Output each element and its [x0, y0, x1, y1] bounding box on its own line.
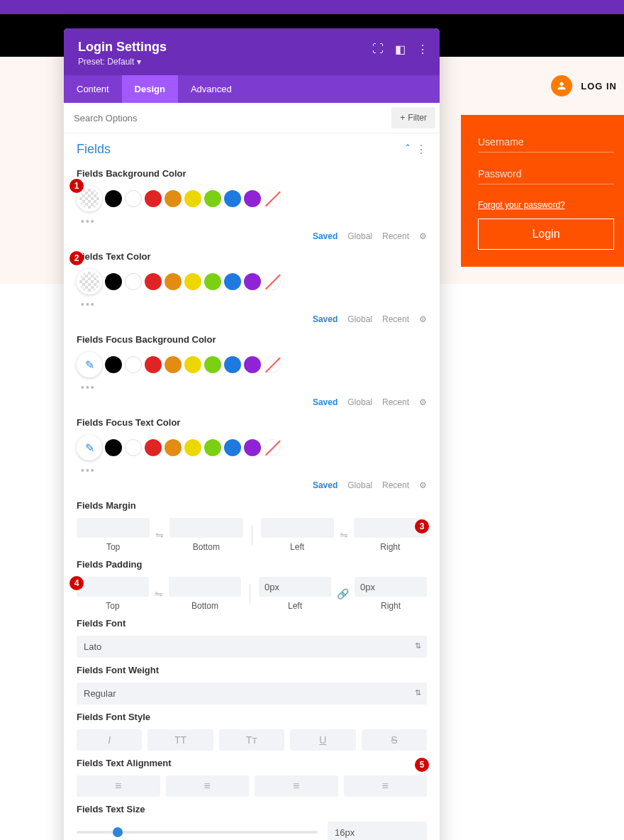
swatch-blue[interactable] — [224, 273, 241, 290]
swatch-transparent[interactable] — [77, 269, 102, 294]
swatch-red[interactable] — [145, 273, 162, 290]
swatch-yellow[interactable] — [184, 190, 201, 207]
link-icon[interactable]: ⇋ — [154, 529, 165, 541]
swatch-white[interactable] — [125, 190, 142, 207]
swatch-black[interactable] — [105, 356, 122, 373]
swatch-lime[interactable] — [204, 273, 221, 290]
tab-global[interactable]: Global — [347, 231, 372, 241]
expand-icon[interactable]: ⛶ — [372, 43, 384, 56]
swatch-red[interactable] — [145, 190, 162, 207]
password-field[interactable]: Password — [478, 168, 614, 184]
align-left-button[interactable]: ≡ — [77, 775, 160, 797]
tab-saved[interactable]: Saved — [313, 480, 338, 490]
swatch-none[interactable] — [264, 439, 281, 456]
font-weight-select[interactable]: Regular ⇅ — [77, 682, 427, 704]
gear-icon[interactable]: ⚙ — [419, 480, 427, 490]
align-justify-button[interactable]: ≡ — [344, 775, 428, 797]
tab-saved[interactable]: Saved — [313, 314, 338, 324]
swatch-yellow[interactable] — [184, 439, 201, 456]
swatch-yellow[interactable] — [184, 356, 201, 373]
margin-top-input[interactable] — [77, 518, 150, 538]
tab-content[interactable]: Content — [64, 75, 122, 103]
tab-saved[interactable]: Saved — [313, 397, 338, 407]
tab-global[interactable]: Global — [347, 397, 372, 407]
swatch-purple[interactable] — [244, 190, 261, 207]
swatch-lime[interactable] — [204, 190, 221, 207]
swatch-purple[interactable] — [244, 356, 261, 373]
swatch-lime[interactable] — [204, 439, 221, 456]
login-link[interactable]: LOG IN — [581, 81, 617, 92]
more-dots-icon[interactable]: ••• — [77, 377, 427, 393]
filter-button[interactable]: + Filter — [391, 107, 435, 128]
swatch-orange[interactable] — [165, 439, 182, 456]
swatch-black[interactable] — [105, 190, 122, 207]
tab-recent[interactable]: Recent — [382, 397, 409, 407]
padding-left-input[interactable] — [259, 577, 331, 597]
help-icon[interactable]: ◧ — [395, 43, 406, 56]
panel-preset[interactable]: Preset: Default ▾ — [78, 57, 425, 67]
text-size-slider[interactable] — [77, 831, 318, 834]
swatch-blue[interactable] — [224, 439, 241, 456]
swatch-orange[interactable] — [165, 273, 182, 290]
swatch-blue[interactable] — [224, 190, 241, 207]
tab-saved[interactable]: Saved — [313, 231, 338, 241]
gear-icon[interactable]: ⚙ — [419, 314, 427, 324]
collapse-icon[interactable]: ⌃ — [404, 143, 411, 156]
padding-bottom-input[interactable] — [169, 577, 241, 597]
align-right-button[interactable]: ≡ — [255, 775, 338, 797]
uppercase-button[interactable]: TT — [147, 729, 213, 751]
underline-button[interactable]: U — [290, 729, 355, 751]
swatch-lime[interactable] — [204, 356, 221, 373]
swatch-white[interactable] — [125, 439, 142, 456]
tab-recent[interactable]: Recent — [382, 231, 409, 241]
align-center-button[interactable]: ≡ — [166, 775, 250, 797]
link-icon[interactable]: ⇋ — [153, 588, 165, 599]
strikethrough-button[interactable]: S — [362, 729, 427, 751]
tab-design[interactable]: Design — [122, 75, 178, 103]
swatch-blue[interactable] — [224, 356, 241, 373]
tab-recent[interactable]: Recent — [382, 480, 409, 490]
swatch-white[interactable] — [125, 273, 142, 290]
swatch-red[interactable] — [145, 356, 162, 373]
capitalize-button[interactable]: Tᴛ — [219, 729, 284, 751]
tab-global[interactable]: Global — [347, 480, 372, 490]
swatch-purple[interactable] — [244, 439, 261, 456]
swatch-none[interactable] — [264, 190, 281, 207]
tab-advanced[interactable]: Advanced — [178, 75, 245, 103]
tab-global[interactable]: Global — [347, 314, 372, 324]
eyedropper-icon[interactable]: ✎ — [77, 435, 102, 460]
more-dots-icon[interactable]: ••• — [77, 460, 427, 476]
font-select[interactable]: Lato ⇅ — [77, 636, 427, 658]
swatch-black[interactable] — [105, 273, 122, 290]
text-size-value[interactable]: 16px — [328, 822, 427, 840]
search-input[interactable] — [64, 104, 387, 132]
link-icon-active[interactable]: 🔗 — [335, 588, 350, 599]
username-field[interactable]: Username — [478, 136, 614, 153]
swatch-white[interactable] — [125, 356, 142, 373]
swatch-black[interactable] — [105, 439, 122, 456]
padding-right-input[interactable] — [355, 577, 427, 597]
swatch-yellow[interactable] — [184, 273, 201, 290]
gear-icon[interactable]: ⚙ — [419, 397, 427, 407]
section-menu-icon[interactable]: ⋮ — [416, 143, 427, 156]
menu-icon[interactable]: ⋮ — [417, 43, 428, 56]
swatch-orange[interactable] — [165, 190, 182, 207]
user-avatar-icon[interactable] — [551, 75, 572, 96]
eyedropper-icon[interactable]: ✎ — [77, 352, 102, 377]
link-icon[interactable]: ⇋ — [338, 529, 350, 541]
margin-left-input[interactable] — [261, 518, 334, 538]
login-button[interactable]: Login — [478, 219, 614, 250]
tab-recent[interactable]: Recent — [382, 314, 409, 324]
swatch-none[interactable] — [264, 356, 281, 373]
swatch-purple[interactable] — [244, 273, 261, 290]
gear-icon[interactable]: ⚙ — [419, 231, 427, 241]
forgot-password-link[interactable]: Forgot your password? — [478, 200, 614, 210]
swatch-orange[interactable] — [165, 356, 182, 373]
slider-thumb[interactable] — [113, 827, 123, 837]
margin-bottom-input[interactable] — [169, 518, 243, 538]
italic-button[interactable]: I — [77, 729, 142, 751]
more-dots-icon[interactable]: ••• — [77, 294, 427, 310]
more-dots-icon[interactable]: ••• — [77, 211, 427, 227]
padding-top-input[interactable] — [77, 577, 149, 597]
swatch-red[interactable] — [145, 439, 162, 456]
